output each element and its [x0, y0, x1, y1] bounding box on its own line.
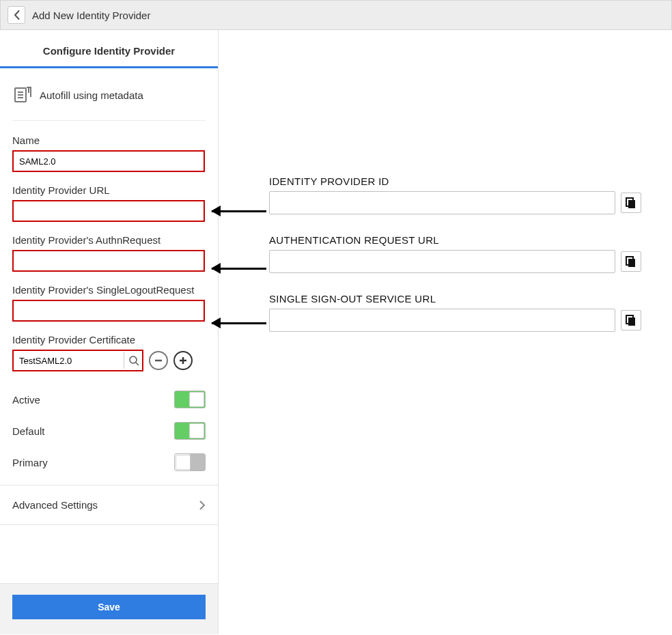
cert-remove-button[interactable]: [149, 351, 168, 370]
ref-sso-input[interactable]: [269, 309, 615, 332]
primary-toggle[interactable]: [174, 453, 206, 471]
slo-input[interactable]: [12, 300, 205, 322]
arrow-annotation: [212, 268, 266, 270]
chevron-left-icon: [14, 10, 20, 20]
cert-add-button[interactable]: [173, 351, 193, 370]
authn-label: Identity Provider's AuthnRequest: [12, 234, 206, 246]
ref-sso-url: SINGLE SIGN-OUT SERVICE URL: [269, 293, 641, 332]
slo-label: Identity Provider's SingleLogoutRequest: [12, 284, 206, 296]
idp-url-label: Identity Provider URL: [12, 184, 206, 196]
ref-sso-copy-button[interactable]: [621, 310, 641, 330]
minus-icon: [154, 356, 163, 365]
ref-id-copy-button[interactable]: [621, 193, 641, 213]
document-upload-icon: [12, 85, 33, 105]
ref-auth-input[interactable]: [269, 250, 615, 273]
active-toggle[interactable]: [174, 391, 206, 408]
arrow-annotation: [212, 322, 266, 324]
ref-auth-request-url: AUTHENTICATION REQUEST URL: [269, 234, 641, 273]
svg-rect-11: [628, 259, 635, 267]
chevron-right-icon: [199, 500, 206, 511]
arrow-annotation: [212, 210, 266, 212]
panel-title: Configure Identity Provider: [0, 30, 218, 68]
ref-id-label: IDENTITY PROVIDER ID: [269, 175, 641, 187]
configure-panel: Configure Identity Provider Autofill usi…: [0, 30, 219, 634]
copy-icon: [625, 314, 637, 326]
ref-id-input[interactable]: [269, 191, 615, 214]
back-button[interactable]: [8, 6, 25, 24]
save-button[interactable]: Save: [12, 595, 206, 619]
page-header: Add New Identity Provider: [0, 0, 672, 30]
authn-input[interactable]: [12, 250, 205, 272]
active-label: Active: [12, 394, 40, 406]
ref-auth-copy-button[interactable]: [621, 251, 641, 272]
advanced-settings-button[interactable]: Advanced Settings: [0, 485, 218, 525]
name-input[interactable]: [12, 150, 205, 172]
ref-auth-label: AUTHENTICATION REQUEST URL: [269, 234, 641, 246]
idp-url-input[interactable]: [12, 200, 205, 222]
copy-icon: [625, 197, 637, 209]
name-label: Name: [12, 135, 206, 146]
svg-rect-13: [628, 318, 635, 326]
ref-sso-label: SINGLE SIGN-OUT SERVICE URL: [269, 293, 641, 305]
default-label: Default: [12, 425, 45, 437]
svg-rect-9: [628, 200, 635, 208]
primary-label: Primary: [12, 457, 48, 468]
copy-icon: [625, 255, 637, 268]
cert-label: Identity Provider Certificate: [12, 334, 206, 345]
autofill-metadata-button[interactable]: Autofill using metadata: [12, 81, 206, 121]
plus-icon: [178, 356, 188, 365]
default-toggle[interactable]: [174, 422, 206, 440]
advanced-settings-label: Advanced Settings: [12, 499, 98, 511]
ref-identity-provider-id: IDENTITY PROVIDER ID: [269, 175, 641, 214]
page-title: Add New Identity Provider: [32, 10, 150, 21]
autofill-label: Autofill using metadata: [40, 89, 143, 101]
